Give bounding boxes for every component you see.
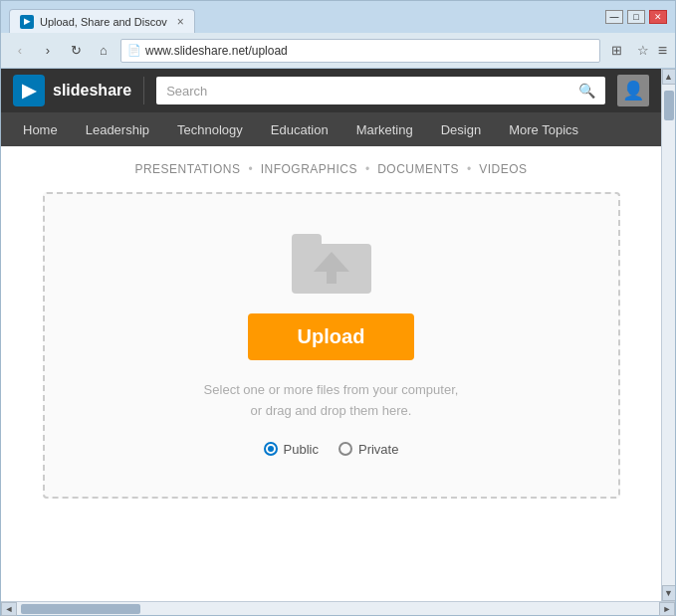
site-logo: ▶ slideshare: [13, 75, 131, 106]
window-controls: — □ ✕: [605, 10, 667, 24]
search-box[interactable]: Search 🔍: [156, 77, 605, 104]
browser-tab[interactable]: ▶ Upload, Share and Discov ×: [9, 9, 195, 33]
scroll-up-arrow[interactable]: ▲: [662, 69, 676, 85]
content-type-links: PRESENTATIONS • INFOGRAPHICS • DOCUMENTS…: [134, 162, 527, 176]
folder-icon: [292, 234, 371, 294]
tab-title: Upload, Share and Discov: [40, 16, 167, 28]
title-bar: ▶ Upload, Share and Discov × — □ ✕: [1, 1, 675, 33]
content-type-infographics[interactable]: INFOGRAPHICS: [261, 162, 357, 176]
vertical-scrollbar[interactable]: ▲ ▼: [661, 69, 675, 601]
scroll-track[interactable]: [662, 85, 675, 585]
content-type-documents[interactable]: DOCUMENTS: [377, 162, 459, 176]
public-label: Public: [284, 442, 319, 457]
logo-icon: ▶: [13, 75, 45, 106]
upload-dropzone[interactable]: Upload Select one or more files from you…: [43, 192, 620, 499]
horizontal-scrollbar[interactable]: ◄ ►: [1, 601, 675, 615]
page-area: ▶ slideshare Search 🔍 👤 Home Leadership …: [1, 69, 675, 601]
upload-hint-line1: Select one or more files from your compu…: [204, 380, 459, 401]
upload-hint: Select one or more files from your compu…: [204, 380, 459, 422]
browser-menu-icon[interactable]: ≡: [658, 42, 667, 60]
refresh-button[interactable]: ↻: [65, 40, 87, 62]
tab-area: ▶ Upload, Share and Discov ×: [9, 1, 591, 33]
site-nav: Home Leadership Technology Education Mar…: [1, 112, 661, 146]
tab-favicon: ▶: [20, 15, 34, 29]
tab-close-button[interactable]: ×: [177, 15, 184, 29]
home-button[interactable]: ⌂: [93, 40, 114, 62]
minimize-button[interactable]: —: [605, 10, 623, 24]
scroll-down-arrow[interactable]: ▼: [662, 585, 676, 601]
address-text: www.slideshare.net/upload: [145, 44, 288, 58]
logo-text: slideshare: [53, 82, 131, 100]
page-content: ▶ slideshare Search 🔍 👤 Home Leadership …: [1, 69, 661, 601]
toolbar-right: ⊞ ☆ ≡: [606, 40, 667, 62]
maximize-button[interactable]: □: [627, 10, 645, 24]
search-placeholder-text: Search: [166, 84, 207, 99]
upload-arrow-stem: [327, 270, 337, 284]
address-bar[interactable]: 📄 www.slideshare.net/upload: [120, 39, 600, 63]
h-scroll-track[interactable]: [17, 602, 659, 615]
search-button[interactable]: 🔍: [578, 83, 595, 99]
star-icon[interactable]: ☆: [632, 40, 654, 62]
upload-wrapper: PRESENTATIONS • INFOGRAPHICS • DOCUMENTS…: [1, 146, 661, 514]
nav-item-education[interactable]: Education: [257, 112, 342, 146]
content-type-presentations[interactable]: PRESENTATIONS: [134, 162, 240, 176]
forward-button[interactable]: ›: [37, 40, 59, 62]
site-header: ▶ slideshare Search 🔍 👤: [1, 69, 661, 112]
nav-item-marketing[interactable]: Marketing: [342, 112, 427, 146]
nav-item-design[interactable]: Design: [427, 112, 495, 146]
address-icon: 📄: [127, 44, 141, 57]
upload-hint-line2: or drag and drop them here.: [204, 401, 459, 422]
nav-item-more-topics[interactable]: More Topics: [495, 112, 592, 146]
public-radio[interactable]: [264, 442, 278, 456]
browser-window: ▶ Upload, Share and Discov × — □ ✕ ‹ › ↻…: [0, 0, 676, 616]
private-radio[interactable]: [338, 442, 352, 456]
back-button[interactable]: ‹: [9, 40, 31, 62]
folder-body: [292, 244, 371, 294]
user-avatar[interactable]: 👤: [617, 75, 649, 106]
scroll-thumb[interactable]: [664, 91, 674, 120]
public-option[interactable]: Public: [264, 442, 319, 457]
separator-1: •: [248, 162, 252, 176]
nav-item-leadership[interactable]: Leadership: [72, 112, 163, 146]
upload-arrow-head: [314, 252, 349, 272]
content-type-videos[interactable]: VIDEOS: [479, 162, 527, 176]
private-label: Private: [358, 442, 398, 457]
privacy-options: Public Private: [264, 442, 399, 457]
nav-item-home[interactable]: Home: [9, 112, 72, 146]
close-button[interactable]: ✕: [649, 10, 667, 24]
upload-icon-container: [292, 234, 371, 294]
scroll-right-arrow[interactable]: ►: [659, 602, 675, 616]
h-scroll-thumb[interactable]: [21, 604, 140, 614]
scroll-left-arrow[interactable]: ◄: [1, 602, 17, 616]
translate-icon[interactable]: ⊞: [606, 40, 628, 62]
private-option[interactable]: Private: [338, 442, 398, 457]
separator-3: •: [467, 162, 471, 176]
header-divider: [143, 77, 144, 104]
nav-item-technology[interactable]: Technology: [163, 112, 257, 146]
separator-2: •: [365, 162, 369, 176]
browser-toolbar: ‹ › ↻ ⌂ 📄 www.slideshare.net/upload ⊞ ☆ …: [1, 33, 675, 69]
upload-button[interactable]: Upload: [248, 313, 415, 360]
